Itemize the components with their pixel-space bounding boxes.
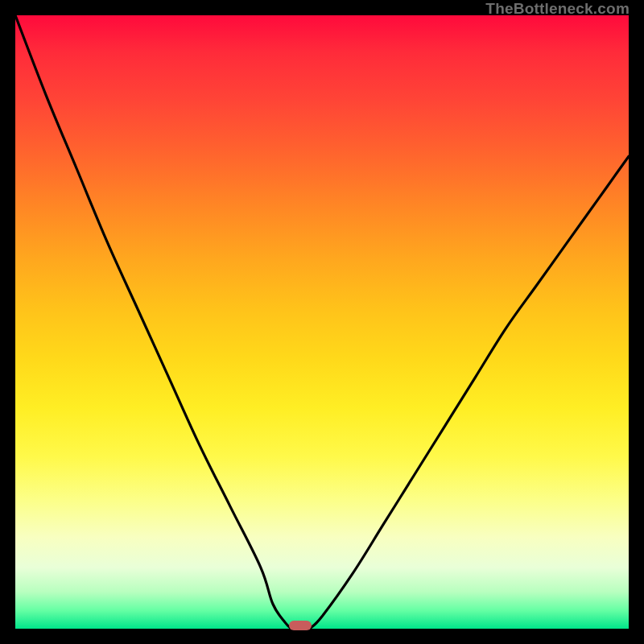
right-curve — [310, 156, 629, 629]
left-curve — [15, 15, 291, 629]
curve-layer — [15, 15, 629, 629]
chart-container: { "watermark": "TheBottleneck.com", "col… — [0, 0, 644, 644]
plot-area — [15, 15, 629, 629]
minimum-marker — [289, 621, 312, 630]
